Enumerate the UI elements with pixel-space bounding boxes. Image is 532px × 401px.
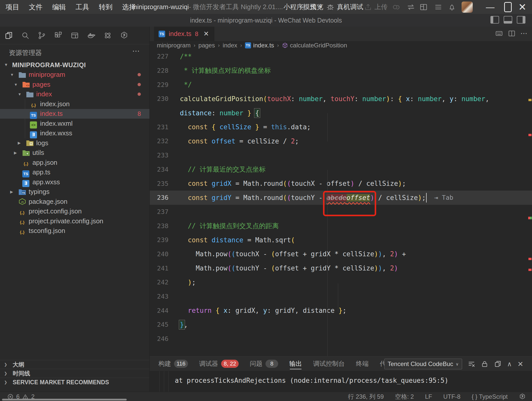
explorer-more-actions[interactable]: ⋯ xyxy=(132,46,140,55)
cursor-position[interactable]: 行 236, 列 59 xyxy=(348,393,384,401)
tree-item-index.wxss[interactable]: ∃index.wxss xyxy=(0,129,149,138)
codebuddy-icon[interactable] xyxy=(120,31,128,40)
section-SERVICE MARKET RECOMMENDS[interactable]: ❯SERVICE MARKET RECOMMENDS xyxy=(0,378,149,387)
code-line-231[interactable]: 231 const { cellSize } = this.data; xyxy=(150,120,532,134)
extensions-icon[interactable] xyxy=(54,31,63,40)
overview-ruler[interactable] xyxy=(528,49,532,356)
minimize-button[interactable]: — xyxy=(486,0,495,14)
tree-item-utils[interactable]: ▶utils xyxy=(0,148,149,158)
close-window-button[interactable]: ✕ xyxy=(518,0,526,14)
encoding-setting[interactable]: UTF-8 xyxy=(443,393,461,400)
tree-item-app.json[interactable]: {..}app.json xyxy=(0,158,149,168)
code-line-245[interactable]: 245}, xyxy=(150,318,532,332)
tree-item-logs[interactable]: ▶logs xyxy=(0,138,149,148)
files-icon[interactable] xyxy=(5,31,13,40)
tab-index-ts[interactable]: TS index.ts 8 ✕ xyxy=(154,27,214,41)
code-line-232[interactable]: 232 const offset = cellSize / 2; xyxy=(150,134,532,148)
compile-mode-button[interactable] xyxy=(407,0,415,14)
tree-item-index.json[interactable]: {..}index.json xyxy=(0,99,149,109)
code-line-234[interactable]: 234 // 计算最近的交叉点坐标 xyxy=(150,162,532,177)
device-debug-button[interactable]: 真机调试 xyxy=(326,0,363,14)
section-大纲[interactable]: ❯大纲 xyxy=(0,360,149,369)
source-control-icon[interactable] xyxy=(37,31,46,40)
lock-icon[interactable] xyxy=(481,360,488,368)
tree-item-app.wxss[interactable]: ∃app.wxss xyxy=(0,177,149,187)
indentation-setting[interactable]: 空格: 2 xyxy=(395,393,414,401)
panel-tab-问题[interactable]: 问题8 xyxy=(250,356,278,371)
code-line-244[interactable]: 244 return { x: gridX, y: gridY, distanc… xyxy=(150,303,532,318)
tree-item-typings[interactable]: ▶TStypings xyxy=(0,187,149,197)
tree-item-pages[interactable]: ▼<>pages xyxy=(0,80,149,89)
search-icon[interactable] xyxy=(21,31,30,40)
tree-item-tsconfig.json[interactable]: {..}tsconfig.json xyxy=(0,226,149,236)
notifications-button[interactable] xyxy=(448,0,456,14)
eol-setting[interactable]: LF xyxy=(425,393,432,400)
code-line-227[interactable]: 227/** xyxy=(150,49,532,64)
breadcrumb-item-calculateGridPosition[interactable]: calculateGridPosition xyxy=(282,42,347,49)
toggle-panel-icon[interactable] xyxy=(504,16,512,24)
menu-item-编辑[interactable]: 编辑 xyxy=(52,3,66,12)
code-line-230[interactable]: 230calculateGridPosition(touchX: number,… xyxy=(150,92,532,106)
split-editor-icon[interactable] xyxy=(508,29,516,38)
code-line-241[interactable]: 241 Math.pow((touchY - (offset + gridY *… xyxy=(150,261,532,275)
breadcrumb-item-index.ts[interactable]: TSindex.ts xyxy=(245,42,274,49)
tree-item-app.ts[interactable]: TSapp.ts xyxy=(0,168,149,177)
code-line-229[interactable]: 229 */ xyxy=(150,78,532,92)
tree-item-miniprogram[interactable]: ▼miniprogram xyxy=(0,70,149,80)
codebuddy-icon[interactable] xyxy=(519,393,526,400)
panel-tab-调试器[interactable]: 调试器8, 22 xyxy=(199,356,239,371)
breadcrumb-item-miniprogram[interactable]: miniprogram xyxy=(157,42,191,49)
tree-root[interactable]: ▼ MINIPROGRAM-WUZIQI xyxy=(0,60,149,70)
language-mode[interactable]: { } TypeScript xyxy=(472,393,508,400)
more-menu-button[interactable] xyxy=(434,0,442,14)
panel-tab-调试控制台[interactable]: 调试控制台 xyxy=(313,356,345,371)
panel-tab-构建[interactable]: 构建116 xyxy=(158,356,188,371)
maximize-panel-icon[interactable]: ∧ xyxy=(507,360,512,368)
window-icon[interactable] xyxy=(70,31,79,40)
tree-item-index[interactable]: ▼index xyxy=(0,89,149,99)
code-line-240[interactable]: 240 Math.pow((touchX - (offset + gridX *… xyxy=(150,247,532,261)
code-line-243[interactable]: 243 xyxy=(150,289,532,304)
menu-item-项目[interactable]: 项目 xyxy=(6,3,19,12)
panel-layout-button[interactable] xyxy=(419,0,428,14)
panel-tab-终端[interactable]: 终端 xyxy=(356,356,369,371)
close-panel-icon[interactable]: ✕ xyxy=(518,360,523,368)
code-line-235[interactable]: 235 const gridX = Math.round((touchX - o… xyxy=(150,176,532,191)
code-line-236[interactable]: 236 const gridY = Math.round((touchY - a… xyxy=(150,191,532,205)
menu-item-转到[interactable]: 转到 xyxy=(99,3,112,12)
scrollbar-thumb[interactable] xyxy=(2,399,127,400)
code-line-237[interactable]: 237 xyxy=(150,205,532,219)
code-area[interactable]: 227/**228 * 计算触摸点对应的棋盘坐标229 */230calcula… xyxy=(150,49,532,356)
code-line-242[interactable]: 242 ); xyxy=(150,275,532,289)
section-时间线[interactable]: ❯时间线 xyxy=(0,369,149,378)
code-line-wrap[interactable]: distance: number } { xyxy=(150,106,532,120)
docker-icon[interactable] xyxy=(87,31,96,40)
output-channel-dropdown[interactable]: Tencent Cloud CodeBuc ∨ xyxy=(384,359,462,369)
clear-output-icon[interactable] xyxy=(468,360,475,368)
code-line-239[interactable]: 239 const distance = Math.sqrt( xyxy=(150,233,532,247)
preview-button[interactable]: 预览 xyxy=(300,0,323,14)
code-line-233[interactable]: 233 xyxy=(150,148,532,162)
account-avatar[interactable] xyxy=(462,0,473,14)
maximize-button[interactable] xyxy=(504,0,512,14)
panel-tab-输出[interactable]: 输出 xyxy=(289,356,302,371)
menu-item-文件[interactable]: 文件 xyxy=(29,3,43,12)
atom-icon[interactable] xyxy=(103,31,112,40)
tree-item-project.private.config.json[interactable]: {..}project.private.config.json xyxy=(0,216,149,226)
breadcrumb-item-pages[interactable]: pages xyxy=(198,42,215,49)
close-tab-icon[interactable]: ✕ xyxy=(203,30,209,38)
tree-item-index.ts[interactable]: TSindex.ts8 xyxy=(0,109,149,119)
code-line-246[interactable]: 246 xyxy=(150,332,532,346)
open-in-editor-icon[interactable] xyxy=(494,360,502,368)
upload-button[interactable]: 上传 xyxy=(364,0,388,14)
output-console[interactable]: at processTicksAndRejections (node:inter… xyxy=(150,371,532,392)
tree-item-index.wxml[interactable]: <>index.wxml xyxy=(0,119,149,129)
cloud-sync-button[interactable] xyxy=(392,0,400,14)
editor-more-actions-icon[interactable]: ⋯ xyxy=(520,29,528,38)
keyboard-icon[interactable] xyxy=(495,29,503,38)
breadcrumb-item-index[interactable]: index xyxy=(223,42,237,49)
code-line-228[interactable]: 228 * 计算触摸点对应的棋盘坐标 xyxy=(150,64,532,78)
code-line-238[interactable]: 238 // 计算触摸点到交叉点的距离 xyxy=(150,219,532,233)
menu-item-工具[interactable]: 工具 xyxy=(75,3,89,12)
toggle-secondary-sidebar-icon[interactable] xyxy=(517,16,525,24)
